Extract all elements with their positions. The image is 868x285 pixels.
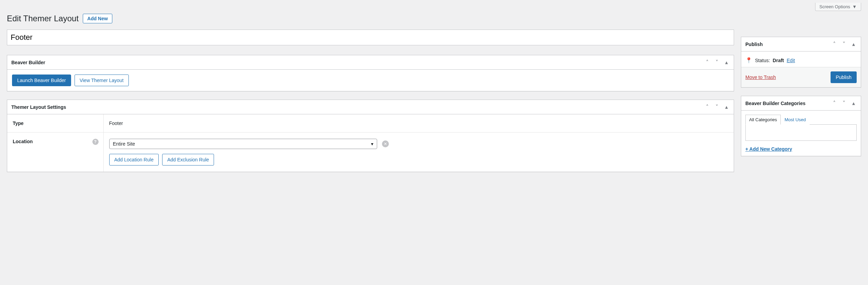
screen-options-label: Screen Options <box>820 4 850 9</box>
add-new-category-link[interactable]: + Add New Category <box>745 146 792 152</box>
move-up-icon[interactable]: ˄ <box>831 41 837 47</box>
move-up-icon[interactable]: ˄ <box>831 100 837 106</box>
remove-location-icon[interactable]: ✕ <box>382 140 389 147</box>
toggle-panel-icon[interactable]: ▴ <box>850 41 857 47</box>
type-value: Footer <box>103 114 734 133</box>
launch-beaver-builder-button[interactable]: Launch Beaver Builder <box>12 75 71 86</box>
add-location-rule-button[interactable]: Add Location Rule <box>109 154 159 166</box>
page-title: Edit Themer Layout <box>7 14 79 23</box>
move-down-icon[interactable]: ˅ <box>841 100 847 106</box>
location-select[interactable]: Entire Site ▾ <box>109 139 377 149</box>
pin-icon: 📍 <box>745 57 752 64</box>
settings-panel-title: Themer Layout Settings <box>11 104 66 110</box>
status-value: Draft <box>773 58 784 63</box>
move-up-icon[interactable]: ˄ <box>704 104 710 110</box>
categories-panel-title: Beaver Builder Categories <box>745 101 805 106</box>
type-label: Type <box>7 114 103 133</box>
categories-panel: Beaver Builder Categories ˄ ˅ ▴ All Cate… <box>741 96 861 156</box>
tab-most-used[interactable]: Most Used <box>781 115 810 125</box>
beaver-builder-panel-title: Beaver Builder <box>11 60 45 65</box>
publish-button[interactable]: Publish <box>831 71 857 83</box>
publish-panel: Publish ˄ ˅ ▴ 📍 Status: Draft Edit Move … <box>741 37 861 88</box>
toggle-panel-icon[interactable]: ▴ <box>850 100 857 106</box>
toggle-panel-icon[interactable]: ▴ <box>723 59 730 66</box>
move-down-icon[interactable]: ˅ <box>714 59 720 66</box>
status-label: Status: <box>755 58 770 63</box>
tab-all-categories[interactable]: All Categories <box>745 115 781 125</box>
view-themer-layout-button[interactable]: View Themer Layout <box>75 75 129 86</box>
add-exclusion-rule-button[interactable]: Add Exclusion Rule <box>162 154 214 166</box>
add-new-button[interactable]: Add New <box>83 14 112 23</box>
move-up-icon[interactable]: ˄ <box>704 59 710 66</box>
screen-options-button[interactable]: Screen Options ▼ <box>815 3 861 11</box>
categories-list <box>745 124 857 141</box>
layout-title-input[interactable] <box>7 30 734 45</box>
chevron-down-icon: ▾ <box>371 141 373 147</box>
themer-layout-settings-panel: Themer Layout Settings ˄ ˅ ▴ Type Footer… <box>7 100 734 172</box>
move-down-icon[interactable]: ˅ <box>714 104 720 110</box>
move-to-trash-link[interactable]: Move to Trash <box>745 75 776 80</box>
help-icon[interactable]: ? <box>92 139 99 145</box>
edit-status-link[interactable]: Edit <box>787 58 795 63</box>
caret-down-icon: ▼ <box>852 4 857 9</box>
beaver-builder-panel: Beaver Builder ˄ ˅ ▴ Launch Beaver Build… <box>7 55 734 91</box>
move-down-icon[interactable]: ˅ <box>841 41 847 47</box>
location-select-value: Entire Site <box>113 141 135 147</box>
publish-panel-title: Publish <box>745 42 763 47</box>
location-label: Location <box>13 139 33 144</box>
toggle-panel-icon[interactable]: ▴ <box>723 104 730 110</box>
